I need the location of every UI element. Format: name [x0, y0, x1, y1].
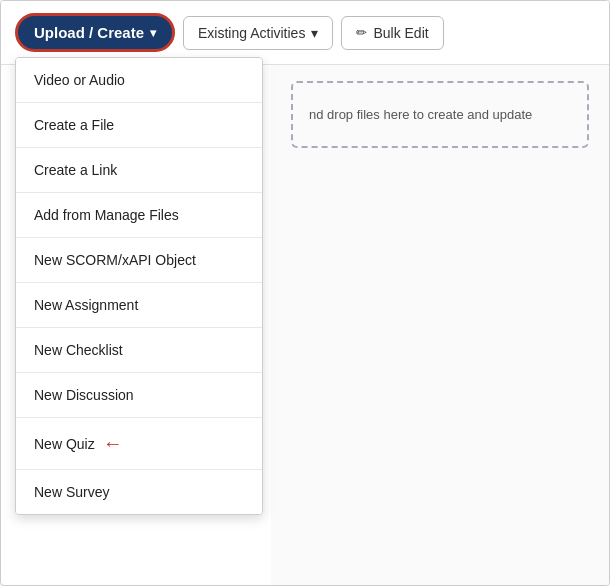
dropdown-item-create-link[interactable]: Create a Link [16, 148, 262, 193]
dropdown-item-new-checklist[interactable]: New Checklist [16, 328, 262, 373]
drop-zone: nd drop files here to create and update [291, 81, 589, 148]
drop-zone-text: nd drop files here to create and update [309, 107, 532, 122]
dropdown-item-label-new-scorm: New SCORM/xAPI Object [34, 252, 196, 268]
dropdown-item-create-file[interactable]: Create a File [16, 103, 262, 148]
dropdown-item-new-discussion[interactable]: New Discussion [16, 373, 262, 418]
dropdown-scroll-area[interactable]: Video or AudioCreate a FileCreate a Link… [16, 58, 262, 514]
dropdown-item-new-assignment[interactable]: New Assignment [16, 283, 262, 328]
existing-activities-button[interactable]: Existing Activities ▾ [183, 16, 333, 50]
dropdown-item-add-manage-files[interactable]: Add from Manage Files [16, 193, 262, 238]
dropdown-item-new-survey[interactable]: New Survey [16, 470, 262, 514]
existing-activities-label: Existing Activities [198, 25, 305, 41]
dropdown-item-new-scorm[interactable]: New SCORM/xAPI Object [16, 238, 262, 283]
dropdown-item-new-quiz[interactable]: New Quiz← [16, 418, 262, 470]
dropdown-item-label-new-discussion: New Discussion [34, 387, 134, 403]
dropdown-item-video-audio[interactable]: Video or Audio [16, 58, 262, 103]
pencil-icon: ✏ [356, 25, 367, 40]
bulk-edit-label: Bulk Edit [373, 25, 428, 41]
chevron-down-icon: ▾ [150, 26, 156, 40]
dropdown-item-label-create-link: Create a Link [34, 162, 117, 178]
upload-create-button[interactable]: Upload / Create ▾ [15, 13, 175, 52]
upload-create-label: Upload / Create [34, 24, 144, 41]
dropdown-item-label-new-quiz: New Quiz [34, 436, 95, 452]
existing-activities-chevron-icon: ▾ [311, 25, 318, 41]
page-wrapper: Upload / Create ▾ Existing Activities ▾ … [0, 0, 610, 586]
dropdown-item-label-new-checklist: New Checklist [34, 342, 123, 358]
dropdown-item-label-create-file: Create a File [34, 117, 114, 133]
bulk-edit-button[interactable]: ✏ Bulk Edit [341, 16, 443, 50]
upload-create-dropdown: Video or AudioCreate a FileCreate a Link… [15, 57, 263, 515]
dropdown-item-label-video-audio: Video or Audio [34, 72, 125, 88]
main-content-area: nd drop files here to create and update [271, 57, 609, 585]
red-arrow-indicator: ← [103, 432, 123, 455]
toolbar: Upload / Create ▾ Existing Activities ▾ … [1, 1, 609, 65]
dropdown-item-label-new-survey: New Survey [34, 484, 109, 500]
red-arrow-icon: ← [103, 432, 123, 455]
dropdown-item-label-add-manage-files: Add from Manage Files [34, 207, 179, 223]
dropdown-item-label-new-assignment: New Assignment [34, 297, 138, 313]
